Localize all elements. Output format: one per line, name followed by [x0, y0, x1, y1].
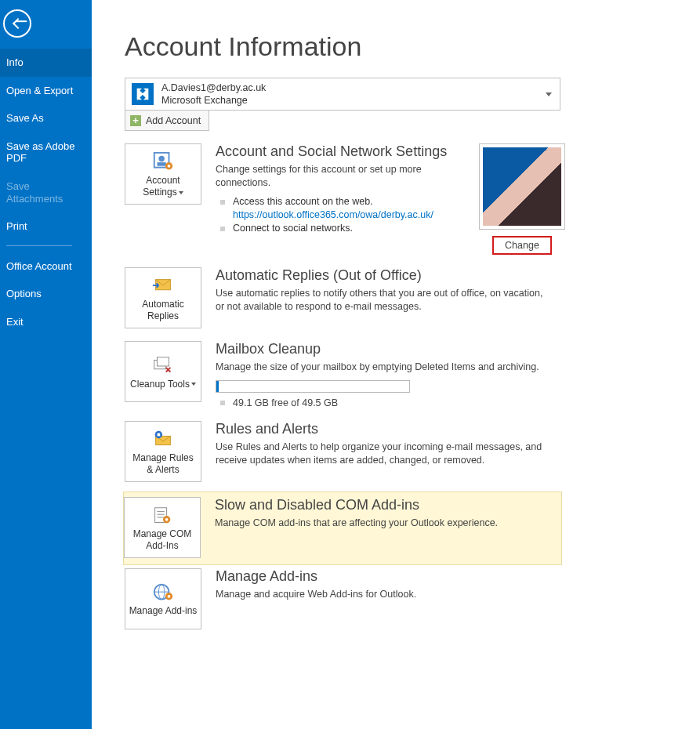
manage-rules-label: Manage Rules & Alerts [129, 452, 198, 476]
backstage-sidebar: Info Open & Export Save As Save as Adobe… [0, 0, 92, 729]
nav-options[interactable]: Options [0, 280, 92, 308]
svg-point-4 [168, 165, 171, 168]
cleanup-tools-button[interactable]: Cleanup Tools [125, 341, 201, 402]
manage-addins-label: Manage Add-ins [129, 605, 198, 617]
account-settings-desc: Change settings for this account or set … [216, 163, 459, 190]
account-email: A.Davies1@derby.ac.uk [161, 82, 266, 94]
svg-rect-2 [158, 162, 166, 166]
nav-top: Info Open & Export Save As Save as Adobe… [0, 49, 92, 336]
owa-link-row: https://outlook.office365.com/owa/derby.… [216, 209, 459, 220]
svg-point-1 [158, 156, 165, 162]
nav-save-attachments: Save Attachments [0, 172, 92, 212]
rules-desc: Use Rules and Alerts to help organize yo… [216, 441, 560, 467]
section-com-addins: Manage COM Add-Ins Slow and Disabled COM… [123, 491, 562, 565]
nav-open-export[interactable]: Open & Export [0, 77, 92, 105]
nav-save-adobe-pdf[interactable]: Save as Adobe PDF [0, 132, 92, 172]
svg-rect-7 [158, 357, 169, 366]
change-photo-button[interactable]: Change [492, 236, 552, 255]
nav-divider [6, 245, 72, 246]
com-addins-desc: Manage COM add-ins that are affecting yo… [215, 517, 557, 530]
manage-com-addins-icon [151, 505, 174, 525]
section-account-settings: Account Settings Account and Social Netw… [125, 140, 700, 264]
section-addins: Manage Add-ins Manage Add-ins Manage and… [125, 565, 564, 639]
com-addins-title: Slow and Disabled COM Add-ins [215, 497, 557, 513]
profile-photo [479, 143, 565, 230]
automatic-replies-icon [151, 275, 175, 296]
page-title: Account Information [125, 31, 700, 62]
svg-rect-10 [158, 433, 161, 436]
section-auto-replies: Automatic Replies Automatic Replies (Out… [125, 264, 564, 338]
nav-exit[interactable]: Exit [0, 308, 92, 336]
manage-addins-icon [151, 582, 175, 602]
cleanup-desc: Manage the size of your mailbox by empty… [216, 361, 553, 374]
plus-icon: + [130, 115, 141, 126]
cleanup-tools-icon [151, 355, 175, 375]
nav-info[interactable]: Info [0, 49, 92, 77]
addins-title: Manage Add-ins [216, 568, 564, 585]
mailbox-usage-text: 49.1 GB free of 49.5 GB [216, 397, 564, 408]
account-settings-bullets: Access this account on the web. https://… [216, 196, 459, 234]
addins-desc: Manage and acquire Web Add-ins for Outlo… [216, 588, 560, 601]
bullet-owa: Access this account on the web. [216, 196, 459, 207]
manage-addins-button[interactable]: Manage Add-ins [125, 568, 201, 629]
automatic-replies-label: Automatic Replies [129, 299, 198, 322]
svg-point-16 [165, 518, 169, 521]
chevron-down-icon [546, 92, 552, 96]
main-content: Account Information A.Davies1@derby.ac.u… [92, 0, 700, 729]
profile-photo-column: Change [479, 143, 565, 255]
manage-com-addins-label: Manage COM Add-Ins [128, 528, 197, 552]
automatic-replies-button[interactable]: Automatic Replies [125, 267, 201, 328]
account-settings-button[interactable]: Account Settings [125, 143, 201, 205]
nav-save-as[interactable]: Save As [0, 104, 92, 132]
account-selector[interactable]: A.Davies1@derby.ac.uk Microsoft Exchange [125, 78, 560, 111]
manage-rules-button[interactable]: Manage Rules & Alerts [125, 421, 201, 482]
account-settings-label: Account Settings [129, 175, 198, 198]
account-type: Microsoft Exchange [161, 94, 266, 107]
mailbox-usage-fill [216, 381, 219, 392]
owa-link[interactable]: https://outlook.office365.com/owa/derby.… [233, 209, 433, 220]
auto-replies-title: Automatic Replies (Out of Office) [216, 267, 564, 284]
manage-rules-icon [151, 429, 175, 449]
add-account-button[interactable]: + Add Account [125, 111, 209, 131]
profile-photo-image [483, 147, 561, 226]
section-cleanup: Cleanup Tools Mailbox Cleanup Manage the… [125, 338, 564, 418]
rules-title: Rules and Alerts [216, 421, 564, 437]
mailbox-usage-bar [216, 380, 410, 393]
bullet-social: Connect to social networks. [216, 223, 459, 234]
section-rules: Manage Rules & Alerts Rules and Alerts U… [125, 418, 564, 491]
cleanup-title: Mailbox Cleanup [216, 341, 564, 357]
exchange-icon [132, 83, 154, 105]
account-settings-title: Account and Social Network Settings [216, 143, 459, 160]
cleanup-tools-label: Cleanup Tools [130, 379, 196, 390]
auto-replies-desc: Use automatic replies to notify others t… [216, 287, 553, 314]
nav-print[interactable]: Print [0, 212, 92, 241]
svg-point-21 [168, 595, 171, 598]
back-button[interactable] [3, 9, 31, 38]
account-lines: A.Davies1@derby.ac.uk Microsoft Exchange [161, 82, 266, 107]
nav-office-account[interactable]: Office Account [0, 252, 92, 281]
back-arrow-icon [13, 18, 24, 29]
add-account-label: Add Account [146, 115, 201, 126]
account-settings-icon [151, 151, 175, 172]
manage-com-addins-button[interactable]: Manage COM Add-Ins [124, 497, 201, 558]
